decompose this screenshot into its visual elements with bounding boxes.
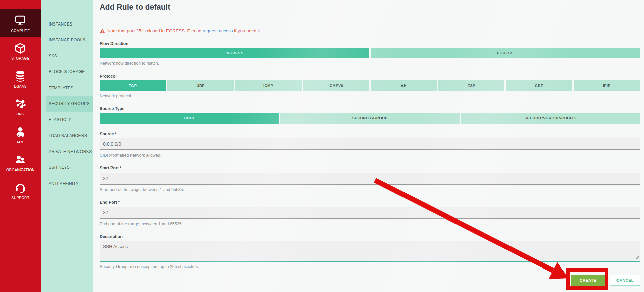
nav-rail: COMPUTESTORAGEDBAASDNSIAMORGANIZATIONSUP… bbox=[0, 0, 41, 292]
segment-esp[interactable]: ESP bbox=[438, 80, 504, 91]
source-label: Source * bbox=[100, 132, 640, 136]
people-icon bbox=[14, 153, 27, 166]
submenu-item-instances[interactable]: INSTANCES bbox=[41, 16, 93, 32]
compute-submenu: INSTANCESINSTANCE POOLSSKSBLOCK STORAGET… bbox=[41, 0, 93, 292]
end-port-help: End port of the range, between 1 and 655… bbox=[100, 222, 640, 226]
nav-item-label: DNS bbox=[16, 112, 24, 116]
segment-egress[interactable]: EGRESS bbox=[371, 48, 640, 58]
network-nodes-icon bbox=[14, 98, 27, 110]
page-title: Add Rule to default bbox=[100, 3, 640, 12]
description-input[interactable]: SSH Access bbox=[100, 241, 640, 262]
start-port-label: Start Port * bbox=[100, 166, 640, 171]
protocol-segments: TCPUDPICMPICMPV6AHESPGREIPIP bbox=[100, 80, 640, 91]
nav-item-compute[interactable]: COMPUTE bbox=[0, 9, 41, 37]
nav-item-storage[interactable]: STORAGE bbox=[0, 37, 41, 65]
warning-text: Note that port 25 is closed in EGRESS. P… bbox=[107, 28, 261, 33]
end-port-input[interactable] bbox=[100, 207, 640, 219]
segment-ipip[interactable]: IPIP bbox=[574, 80, 640, 91]
nav-item-organization[interactable]: ORGANIZATION bbox=[0, 149, 41, 177]
cube-icon bbox=[14, 42, 27, 55]
form-actions: CREATE CANCEL bbox=[100, 275, 640, 286]
nav-item-label: IAM bbox=[17, 140, 24, 144]
submenu-item-templates[interactable]: TEMPLATES bbox=[41, 80, 93, 96]
port25-warning: Note that port 25 is closed in EGRESS. P… bbox=[100, 28, 640, 33]
protocol-help: Network protocol. bbox=[100, 94, 640, 98]
submenu-item-private-networks[interactable]: PRIVATE NETWORKS bbox=[41, 144, 93, 160]
resize-handle-icon[interactable] bbox=[636, 256, 639, 259]
monitor-icon bbox=[14, 14, 27, 27]
segment-tcp[interactable]: TCP bbox=[100, 80, 166, 91]
submenu-item-sks[interactable]: SKS bbox=[41, 48, 93, 64]
warning-triangle-icon bbox=[100, 28, 105, 33]
end-port-label: End Port * bbox=[100, 200, 640, 205]
segment-gre[interactable]: GRE bbox=[506, 80, 572, 91]
nav-item-iam[interactable]: IAM bbox=[0, 121, 41, 149]
nav-item-label: COMPUTE bbox=[11, 29, 30, 33]
segment-udp[interactable]: UDP bbox=[167, 80, 234, 91]
segment-icmp[interactable]: ICMP bbox=[235, 80, 302, 91]
request-access-link[interactable]: request access bbox=[203, 28, 233, 33]
divider bbox=[100, 17, 640, 17]
start-port-input[interactable] bbox=[100, 173, 640, 185]
protocol-label: Protocol bbox=[100, 74, 640, 79]
segment-cidr[interactable]: CIDR bbox=[100, 113, 279, 124]
segment-security-group[interactable]: SECURITY-GROUP bbox=[280, 113, 459, 124]
source-type-label: Source Type bbox=[100, 106, 640, 111]
segment-ah[interactable]: AH bbox=[371, 80, 437, 91]
submenu-item-elastic-ip[interactable]: ELASTIC IP bbox=[41, 112, 93, 128]
cancel-button[interactable]: CANCEL bbox=[610, 275, 640, 286]
nav-item-label: ORGANIZATION bbox=[6, 168, 35, 172]
headset-icon bbox=[14, 181, 27, 194]
nav-item-label: STORAGE bbox=[11, 56, 30, 60]
database-icon bbox=[14, 70, 27, 83]
nav-item-label: DBAAS bbox=[14, 84, 27, 88]
submenu-item-ssh-keys[interactable]: SSH KEYS bbox=[41, 160, 93, 176]
flow-direction-help: Network flow direction to match. bbox=[100, 61, 640, 66]
submenu-item-anti-affinity[interactable]: ANTI-AFFINITY bbox=[41, 176, 93, 192]
start-port-help: Start port of the range, between 1 and 6… bbox=[100, 187, 640, 192]
nav-item-dbaas[interactable]: DBAAS bbox=[0, 65, 41, 93]
nav-item-support[interactable]: SUPPORT bbox=[0, 177, 41, 204]
flow-direction-label: Flow Direction bbox=[100, 41, 640, 46]
nav-item-label: SUPPORT bbox=[11, 196, 29, 200]
description-help: Security Group rule description, up to 2… bbox=[100, 264, 640, 269]
nav-item-dns[interactable]: DNS bbox=[0, 93, 41, 121]
source-help: CIDR-formatted network allowed. bbox=[100, 153, 640, 158]
source-type-segments: CIDRSECURITY-GROUPSECURITY-GROUP-PUBLIC bbox=[100, 113, 640, 124]
user-key-icon bbox=[14, 126, 27, 138]
description-wrap: SSH Access bbox=[100, 241, 640, 262]
description-label: Description bbox=[100, 234, 640, 239]
segment-security-group-public[interactable]: SECURITY-GROUP-PUBLIC bbox=[461, 113, 640, 124]
submenu-item-security-groups[interactable]: SECURITY GROUPS bbox=[46, 96, 93, 112]
source-input[interactable] bbox=[100, 138, 640, 150]
segment-ingress[interactable]: INGRESS bbox=[100, 48, 369, 58]
segment-icmpv6[interactable]: ICMPV6 bbox=[303, 80, 369, 91]
create-button[interactable]: CREATE bbox=[571, 275, 605, 286]
submenu-item-instance-pools[interactable]: INSTANCE POOLS bbox=[41, 32, 93, 48]
flow-direction-segments: INGRESSEGRESS bbox=[100, 48, 640, 58]
submenu-item-load-balancers[interactable]: LOAD BALANCERS bbox=[41, 128, 93, 144]
submenu-item-block-storage[interactable]: BLOCK STORAGE bbox=[41, 64, 93, 80]
main-content: Add Rule to default Note that port 25 is… bbox=[93, 0, 644, 292]
